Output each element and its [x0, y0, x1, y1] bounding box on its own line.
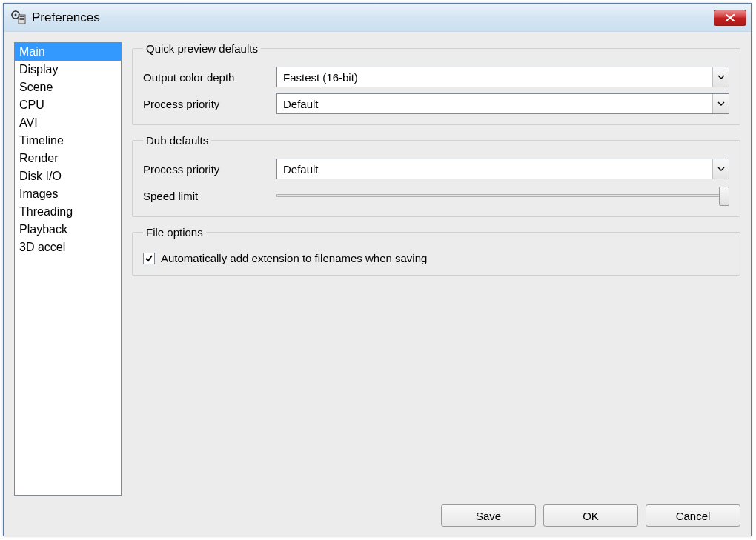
svg-rect-4 — [20, 18, 24, 19]
combo-value: Fastest (16-bit) — [277, 71, 712, 84]
check-icon — [145, 254, 153, 263]
sidebar-item-render[interactable]: Render — [15, 150, 121, 167]
main-layout: Main Display Scene CPU AVI Timeline Rend… — [14, 42, 740, 496]
slider-track — [276, 194, 726, 197]
close-button[interactable] — [714, 10, 746, 26]
cancel-button[interactable]: Cancel — [646, 504, 740, 527]
button-label: Cancel — [676, 510, 711, 522]
preferences-window: Preferences Main Display Scene CPU AVI T… — [3, 3, 752, 536]
sidebar-item-label: Threading — [19, 205, 73, 218]
sidebar-item-display[interactable]: Display — [15, 61, 121, 79]
window-title: Preferences — [32, 10, 714, 25]
sidebar-item-cpu[interactable]: CPU — [15, 96, 121, 114]
sidebar-item-label: Playback — [19, 223, 67, 236]
combo-value: Default — [277, 98, 712, 110]
row-auto-extension: Automatically add extension to filenames… — [143, 252, 729, 264]
chevron-down-icon — [712, 67, 729, 87]
chevron-down-icon — [712, 159, 729, 179]
button-label: OK — [583, 510, 599, 522]
sidebar-item-label: Main — [19, 45, 45, 58]
ok-button[interactable]: OK — [543, 504, 638, 527]
content-panel: Quick preview defaults Output color dept… — [132, 42, 740, 496]
sidebar-item-label: Images — [19, 187, 58, 200]
group-legend: Quick preview defaults — [143, 42, 261, 55]
category-list[interactable]: Main Display Scene CPU AVI Timeline Rend… — [14, 42, 122, 496]
sidebar-item-avi[interactable]: AVI — [15, 114, 121, 132]
sidebar-item-main[interactable]: Main — [15, 43, 121, 61]
save-button[interactable]: Save — [441, 504, 536, 527]
sidebar-item-label: CPU — [19, 99, 44, 111]
svg-rect-5 — [20, 19, 24, 20]
svg-rect-3 — [20, 16, 24, 17]
chevron-down-icon — [712, 94, 729, 113]
label-output-color-depth: Output color depth — [143, 71, 276, 84]
group-file-options: File options Automatically add extension… — [132, 226, 740, 276]
sidebar-item-disk-io[interactable]: Disk I/O — [15, 167, 121, 185]
label-dub-process-priority: Process priority — [143, 163, 276, 176]
button-label: Save — [476, 510, 501, 522]
combo-qp-process-priority[interactable]: Default — [276, 93, 729, 114]
combo-value: Default — [277, 163, 712, 176]
row-speed-limit: Speed limit — [143, 185, 729, 206]
close-icon — [725, 13, 735, 22]
sidebar-item-threading[interactable]: Threading — [15, 203, 121, 221]
sidebar-item-images[interactable]: Images — [15, 185, 121, 203]
sidebar-item-label: Disk I/O — [19, 170, 62, 182]
dialog-body: Main Display Scene CPU AVI Timeline Rend… — [4, 32, 751, 536]
sidebar-item-label: Scene — [19, 81, 53, 93]
slider-thumb[interactable] — [719, 187, 729, 206]
checkbox-auto-extension[interactable] — [143, 253, 155, 264]
slider-speed-limit[interactable] — [276, 185, 729, 206]
group-dub-defaults: Dub defaults Process priority Default Sp… — [132, 134, 740, 217]
sidebar-item-3d-accel[interactable]: 3D accel — [15, 239, 121, 256]
titlebar: Preferences — [4, 4, 751, 32]
sidebar-item-scene[interactable]: Scene — [15, 79, 121, 96]
row-dub-process-priority: Process priority Default — [143, 159, 729, 179]
label-qp-process-priority: Process priority — [143, 98, 276, 110]
app-icon — [11, 10, 26, 25]
sidebar-item-label: Render — [19, 152, 58, 164]
row-qp-process-priority: Process priority Default — [143, 93, 729, 114]
dialog-buttons: Save OK Cancel — [14, 504, 740, 527]
row-output-color-depth: Output color depth Fastest (16-bit) — [143, 67, 729, 87]
combo-output-color-depth[interactable]: Fastest (16-bit) — [276, 67, 729, 87]
label-speed-limit: Speed limit — [143, 190, 276, 202]
sidebar-item-label: Display — [19, 63, 58, 76]
group-quick-preview: Quick preview defaults Output color dept… — [132, 42, 740, 125]
svg-point-1 — [15, 13, 17, 16]
group-legend: File options — [143, 226, 206, 239]
label-auto-extension: Automatically add extension to filenames… — [161, 252, 427, 264]
combo-dub-process-priority[interactable]: Default — [276, 159, 729, 179]
sidebar-item-label: 3D accel — [19, 241, 65, 253]
group-legend: Dub defaults — [143, 134, 211, 147]
sidebar-item-label: AVI — [19, 116, 38, 129]
sidebar-item-timeline[interactable]: Timeline — [15, 132, 121, 150]
sidebar-item-label: Timeline — [19, 134, 64, 147]
sidebar-item-playback[interactable]: Playback — [15, 221, 121, 239]
